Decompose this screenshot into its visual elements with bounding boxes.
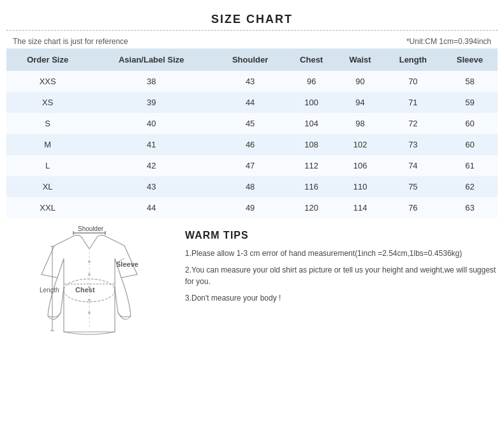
- warm-tips-section: WARM TIPS 1.Please allow 1-3 cm error of…: [185, 223, 498, 309]
- svg-point-5: [88, 311, 91, 314]
- table-cell: 38: [89, 71, 214, 92]
- table-cell: 40: [89, 113, 214, 134]
- table-cell: 44: [214, 92, 286, 113]
- table-cell: 102: [336, 134, 384, 155]
- table-row: S4045104987260: [6, 113, 498, 134]
- table-cell: 42: [89, 155, 214, 176]
- table-cell: 104: [286, 113, 336, 134]
- table-cell: 62: [442, 176, 498, 197]
- shirt-svg: Shoulder Chest Sleeve Length: [6, 223, 172, 351]
- bottom-section: Shoulder Chest Sleeve Length: [6, 223, 498, 351]
- table-cell: XL: [6, 176, 89, 197]
- table-cell: 58: [442, 71, 498, 92]
- table-cell: S: [6, 113, 89, 134]
- table-cell: 43: [89, 176, 214, 197]
- page-container: SIZE CHART The size chart is just for re…: [0, 0, 504, 364]
- table-cell: 100: [286, 92, 336, 113]
- table-cell: 75: [384, 176, 442, 197]
- col-header-order-size: Order Size: [6, 49, 89, 71]
- col-header-chest: Chest: [286, 49, 336, 71]
- svg-point-2: [88, 273, 91, 276]
- table-cell: 114: [336, 197, 384, 218]
- table-cell: 76: [384, 197, 442, 218]
- table-cell: 60: [442, 113, 498, 134]
- subtitle-text: The size chart is just for reference: [13, 37, 128, 46]
- table-cell: XS: [6, 92, 89, 113]
- table-cell: 60: [442, 134, 498, 155]
- table-cell: M: [6, 134, 89, 155]
- table-cell: 71: [384, 92, 442, 113]
- table-cell: 116: [286, 176, 336, 197]
- col-header-shoulder: Shoulder: [214, 49, 286, 71]
- table-cell: 94: [336, 92, 384, 113]
- table-row: XL43481161107562: [6, 176, 498, 197]
- table-header-row: Order Size Asian/Label Size Shoulder Che…: [6, 49, 498, 71]
- col-header-sleeve: Sleeve: [442, 49, 498, 71]
- subtitle-row: The size chart is just for reference *Un…: [6, 34, 498, 49]
- table-cell: 96: [286, 71, 336, 92]
- svg-text:Sleeve: Sleeve: [116, 260, 138, 268]
- table-cell: 39: [89, 92, 214, 113]
- table-cell: 49: [214, 197, 286, 218]
- dashed-divider: [6, 30, 498, 31]
- warm-tip-3: 3.Don't measure your body !: [185, 292, 498, 304]
- table-cell: 72: [384, 113, 442, 134]
- table-cell: 110: [336, 176, 384, 197]
- table-cell: 48: [214, 176, 286, 197]
- table-cell: 59: [442, 92, 498, 113]
- page-title: SIZE CHART: [6, 13, 498, 26]
- table-cell: 41: [89, 134, 214, 155]
- col-header-length: Length: [384, 49, 442, 71]
- svg-text:Chest: Chest: [75, 286, 95, 294]
- svg-text:Shoulder: Shoulder: [78, 225, 104, 232]
- table-row: XXS384396907058: [6, 71, 498, 92]
- warm-tip-1: 1.Please allow 1-3 cm error of hand meas…: [185, 248, 498, 259]
- table-cell: 73: [384, 134, 442, 155]
- table-row: L42471121067461: [6, 155, 498, 176]
- table-row: XS3944100947159: [6, 92, 498, 113]
- table-cell: 74: [384, 155, 442, 176]
- table-cell: XXS: [6, 71, 89, 92]
- table-cell: 44: [89, 197, 214, 218]
- table-cell: 70: [384, 71, 442, 92]
- table-cell: L: [6, 155, 89, 176]
- table-cell: 108: [286, 134, 336, 155]
- table-row: M41461081027360: [6, 134, 498, 155]
- table-cell: 46: [214, 134, 286, 155]
- table-cell: 120: [286, 197, 336, 218]
- table-cell: 47: [214, 155, 286, 176]
- size-table: Order Size Asian/Label Size Shoulder Che…: [6, 49, 498, 218]
- table-cell: 43: [214, 71, 286, 92]
- warm-tips-heading: WARM TIPS: [185, 230, 498, 241]
- col-header-asian-size: Asian/Label Size: [89, 49, 214, 71]
- svg-point-4: [88, 299, 91, 301]
- svg-text:Length: Length: [40, 287, 59, 294]
- table-row: XXL44491201147663: [6, 197, 498, 218]
- table-cell: 63: [442, 197, 498, 218]
- shirt-diagram: Shoulder Chest Sleeve Length: [6, 223, 172, 351]
- table-cell: 61: [442, 155, 498, 176]
- table-cell: 112: [286, 155, 336, 176]
- table-cell: 45: [214, 113, 286, 134]
- table-cell: XXL: [6, 197, 89, 218]
- table-cell: 98: [336, 113, 384, 134]
- unit-note: *Unit:CM 1cm=0.394inch: [406, 37, 491, 46]
- table-cell: 106: [336, 155, 384, 176]
- table-cell: 90: [336, 71, 384, 92]
- col-header-waist: Waist: [336, 49, 384, 71]
- warm-tip-2: 2.You can measure your old shirt as pict…: [185, 264, 498, 287]
- svg-point-1: [88, 260, 91, 263]
- title-section: SIZE CHART: [6, 13, 498, 26]
